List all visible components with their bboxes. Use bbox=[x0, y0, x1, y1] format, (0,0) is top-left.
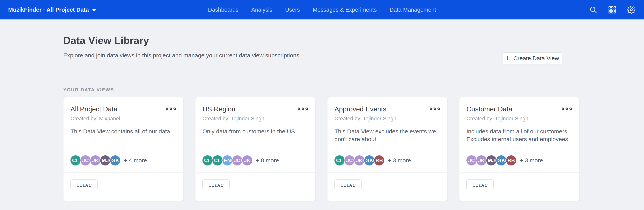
avatar-row: CLJCJKMJGK+ 4 more bbox=[70, 154, 176, 167]
page-title: Data View Library bbox=[63, 35, 149, 46]
card-head: US Region bbox=[202, 105, 308, 113]
more-options-icon[interactable] bbox=[298, 105, 308, 110]
leave-button[interactable]: Leave bbox=[70, 180, 98, 190]
project-switcher-label: MuzikFinder · All Project Data bbox=[8, 6, 89, 13]
avatar-row: CLJCJKGKRB+ 3 more bbox=[334, 154, 440, 167]
create-data-view-label: Create Data View bbox=[513, 55, 559, 62]
card-description: Only data from customers in the US bbox=[202, 128, 308, 154]
avatar-more-label: + 3 more bbox=[388, 157, 411, 164]
gear-icon[interactable] bbox=[627, 6, 636, 14]
card-description: This Data View contains all of our data. bbox=[70, 128, 176, 154]
search-icon[interactable] bbox=[589, 6, 597, 14]
card-footer: Leave bbox=[196, 173, 315, 201]
avatar-row: JCJKMJGKRB+ 3 more bbox=[466, 154, 572, 167]
card-description: This Data View excludes the events we do… bbox=[334, 128, 440, 154]
card-head: Customer Data bbox=[466, 105, 572, 113]
data-view-card: All Project Data Created by: Mixpanel Th… bbox=[63, 97, 183, 201]
card-head: All Project Data bbox=[70, 105, 176, 113]
avatar: RB bbox=[506, 155, 517, 166]
chevron-down-icon bbox=[92, 9, 96, 11]
section-label: YOUR DATA VIEWS bbox=[63, 87, 114, 93]
nav-item-messages-experiments[interactable]: Messages & Experiments bbox=[313, 6, 377, 13]
more-options-icon[interactable] bbox=[166, 105, 176, 110]
card-body: Approved Events Created by: Tejinder Sin… bbox=[328, 97, 447, 173]
card-created-by: Created by: Tejinder Singh bbox=[334, 116, 440, 122]
card-title: Approved Events bbox=[334, 105, 386, 113]
card-description: Includes data from all of our customers.… bbox=[466, 128, 572, 154]
avatar-more-label: + 8 more bbox=[256, 157, 279, 164]
more-options-icon[interactable] bbox=[562, 105, 572, 110]
topbar-icons bbox=[589, 0, 636, 19]
card-head: Approved Events bbox=[334, 105, 440, 113]
card-created-by: Created by: Tejinder Singh bbox=[202, 116, 308, 122]
more-options-icon[interactable] bbox=[430, 105, 440, 110]
avatar: GK bbox=[110, 155, 121, 166]
avatar-more-label: + 4 more bbox=[124, 157, 147, 164]
card-body: US Region Created by: Tejinder Singh Onl… bbox=[196, 97, 315, 173]
data-view-card: US Region Created by: Tejinder Singh Onl… bbox=[195, 97, 315, 201]
create-data-view-button[interactable]: + Create Data View bbox=[502, 52, 562, 64]
nav-item-analysis[interactable]: Analysis bbox=[251, 6, 272, 13]
card-footer: Leave bbox=[328, 173, 447, 201]
avatar-row: CLCLENJCJK+ 8 more bbox=[202, 154, 308, 167]
avatar: RB bbox=[374, 155, 385, 166]
card-title: Customer Data bbox=[466, 105, 512, 113]
card-footer: Leave bbox=[64, 173, 183, 201]
card-created-by: Created by: Mixpanel bbox=[70, 116, 176, 122]
card-title: All Project Data bbox=[70, 105, 118, 113]
nav-item-dashboards[interactable]: Dashboards bbox=[208, 6, 238, 13]
avatar-more-label: + 3 more bbox=[520, 157, 543, 164]
data-view-card: Approved Events Created by: Tejinder Sin… bbox=[327, 97, 447, 201]
data-view-card: Customer Data Created by: Tejinder Singh… bbox=[459, 97, 579, 201]
top-navigation-bar: DashboardsAnalysisUsersMessages & Experi… bbox=[0, 0, 644, 19]
leave-button[interactable]: Leave bbox=[466, 180, 494, 190]
nav-item-data-management[interactable]: Data Management bbox=[390, 6, 436, 13]
page-subtitle: Explore and join data views in this proj… bbox=[63, 52, 301, 59]
card-body: All Project Data Created by: Mixpanel Th… bbox=[64, 97, 183, 173]
primary-nav: DashboardsAnalysisUsersMessages & Experi… bbox=[0, 0, 644, 19]
leave-button[interactable]: Leave bbox=[334, 180, 362, 190]
nav-item-users[interactable]: Users bbox=[285, 6, 300, 13]
project-switcher[interactable]: MuzikFinder · All Project Data bbox=[8, 0, 96, 19]
data-view-cards-row: All Project Data Created by: Mixpanel Th… bbox=[63, 97, 579, 201]
apps-grid-icon[interactable] bbox=[608, 6, 616, 14]
card-created-by: Created by: Tejinder Singh bbox=[466, 116, 572, 122]
leave-button[interactable]: Leave bbox=[202, 180, 230, 190]
card-footer: Leave bbox=[460, 173, 579, 201]
plus-icon: + bbox=[506, 54, 510, 62]
card-body: Customer Data Created by: Tejinder Singh… bbox=[460, 97, 579, 173]
avatar: JK bbox=[242, 155, 253, 166]
card-title: US Region bbox=[202, 105, 235, 113]
